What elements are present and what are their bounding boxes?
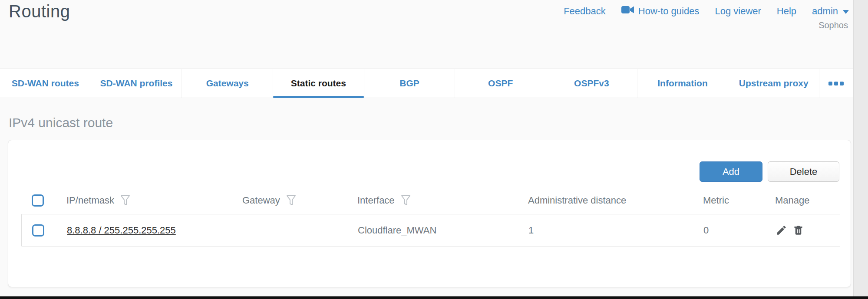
- column-header-metric: Metric: [703, 195, 729, 206]
- column-header-administrative-distance: Administrative distance: [528, 195, 626, 206]
- account-org-label: Sophos: [818, 20, 848, 30]
- filter-icon[interactable]: [401, 195, 411, 206]
- tab-ospf[interactable]: OSPF: [455, 69, 546, 98]
- tab-gateways[interactable]: Gateways: [182, 69, 273, 98]
- video-camera-icon: [621, 5, 634, 17]
- ellipsis-icon: [828, 82, 832, 85]
- table-header-row: IP/netmask Gateway Interface Administrat…: [21, 187, 840, 214]
- delete-button[interactable]: Delete: [768, 161, 839, 182]
- page-title: Routing: [9, 2, 70, 21]
- routing-tab-bar: SD-WAN routes SD-WAN profiles Gateways S…: [0, 69, 853, 98]
- filter-icon[interactable]: [286, 195, 296, 206]
- ellipsis-icon: [834, 82, 838, 85]
- column-header-interface: Interface: [357, 195, 395, 206]
- admin-menu[interactable]: admin: [812, 6, 849, 17]
- tab-static-routes[interactable]: Static routes: [273, 69, 364, 98]
- how-to-guides-link-label: How-to guides: [638, 6, 700, 17]
- route-metric-value: 0: [703, 225, 709, 236]
- top-nav: Feedback How-to guides Log viewer Help a…: [564, 5, 849, 17]
- tab-sd-wan-routes[interactable]: SD-WAN routes: [0, 69, 91, 98]
- admin-menu-label: admin: [812, 6, 838, 17]
- ellipsis-icon: [840, 82, 844, 85]
- filter-icon[interactable]: [120, 195, 130, 206]
- delete-trash-icon[interactable]: [792, 224, 804, 236]
- section-title-ipv4-unicast-route: IPv4 unicast route: [9, 115, 113, 130]
- how-to-guides-link[interactable]: How-to guides: [621, 5, 700, 17]
- route-admin-distance-value: 1: [528, 225, 534, 236]
- select-all-checkbox[interactable]: [32, 194, 44, 207]
- help-link-label: Help: [777, 6, 796, 17]
- scrollbar-gutter[interactable]: [853, 0, 868, 299]
- static-routes-table: IP/netmask Gateway Interface Administrat…: [21, 187, 840, 246]
- route-ip-netmask-link[interactable]: 8.8.8.8 / 255.255.255.255: [67, 225, 176, 236]
- tab-upstream-proxy[interactable]: Upstream proxy: [728, 69, 819, 98]
- column-header-ip-netmask: IP/netmask: [66, 195, 114, 206]
- window-bottom-edge: [0, 296, 868, 299]
- tab-bgp[interactable]: BGP: [364, 69, 455, 98]
- chevron-down-icon: [843, 10, 849, 14]
- feedback-link[interactable]: Feedback: [564, 6, 606, 17]
- ipv4-unicast-route-card: Add Delete IP/netmask Gateway Interfac: [8, 140, 851, 287]
- help-link[interactable]: Help: [777, 6, 796, 17]
- log-viewer-link-label: Log viewer: [715, 6, 761, 17]
- log-viewer-link[interactable]: Log viewer: [715, 6, 761, 17]
- tab-overflow-menu[interactable]: [819, 69, 853, 98]
- route-interface-value: Cloudflare_MWAN: [358, 225, 436, 236]
- table-toolbar: Add Delete: [700, 161, 839, 182]
- edit-pencil-icon[interactable]: [776, 224, 787, 236]
- table-row: 8.8.8.8 / 255.255.255.255 Cloudflare_MWA…: [21, 214, 840, 246]
- tab-information[interactable]: Information: [637, 69, 728, 98]
- column-header-manage: Manage: [775, 195, 810, 206]
- tab-ospfv3[interactable]: OSPFv3: [546, 69, 637, 98]
- feedback-link-label: Feedback: [564, 6, 606, 17]
- row-checkbox[interactable]: [32, 224, 44, 237]
- tab-sd-wan-profiles[interactable]: SD-WAN profiles: [91, 69, 182, 98]
- column-header-gateway: Gateway: [242, 195, 280, 206]
- add-button[interactable]: Add: [700, 161, 762, 182]
